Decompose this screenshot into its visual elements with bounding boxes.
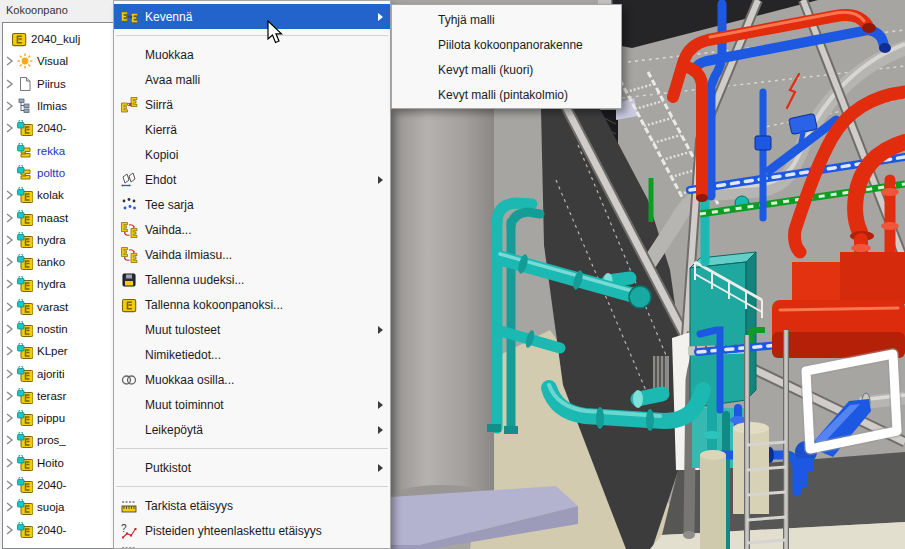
expander-chevron-icon[interactable]: [3, 278, 15, 290]
menu-item-muut-toiminnot[interactable]: Muut toiminnot: [114, 392, 390, 417]
tree-item-kolak[interactable]: kolak: [3, 184, 113, 206]
part-locked-icon: [15, 165, 34, 181]
tree-item-2040[interactable]: 2040-: [3, 474, 113, 496]
menu-item-tallenna-uudeksi[interactable]: Tallenna uudeksi...: [114, 267, 390, 292]
icon-spacer: [118, 346, 140, 363]
menu-item-nimiketiedot[interactable]: Nimiketiedot...: [114, 342, 390, 367]
tree-item-label: KLper: [37, 345, 68, 357]
menu-item-piilota-kokoonpanorakenne[interactable]: Piilota kokoonpanorakenne: [392, 32, 621, 57]
expander-chevron-icon[interactable]: [3, 189, 15, 201]
expander-chevron-icon[interactable]: [3, 323, 15, 335]
menu-item-label: Kevyt malli (kuori): [438, 63, 533, 77]
expander-chevron-icon[interactable]: [3, 212, 15, 224]
menu-item-siirra[interactable]: Siirrä: [114, 92, 390, 117]
tree-item-varast[interactable]: varast: [3, 296, 113, 318]
expander-chevron-icon[interactable]: [3, 390, 15, 402]
tree-item-ajoriti[interactable]: ajoriti: [3, 362, 113, 384]
menu-item-tarkista-etaisyys[interactable]: Tarkista etäisyys: [114, 493, 390, 518]
menu-item-ehdot[interactable]: Ehdot: [114, 167, 390, 192]
menu-item-label: Tyhjä malli: [438, 13, 495, 27]
menu-item-kevenna[interactable]: Kevennä: [114, 4, 390, 29]
tree-item-2040[interactable]: 2040-: [3, 519, 113, 541]
document-icon: [15, 76, 34, 92]
expander-chevron-icon[interactable]: [3, 434, 15, 446]
tree-item-poltto[interactable]: poltto: [3, 162, 113, 184]
expander-chevron-icon[interactable]: [3, 78, 15, 90]
menu-separator: [116, 35, 388, 36]
menu-item-vaihda-ilmiasu[interactable]: Vaihda ilmiasu...: [114, 242, 390, 267]
menu-item-tee-sarja[interactable]: Tee sarja: [114, 192, 390, 217]
assembly-locked-icon: [15, 455, 34, 471]
expander-chevron-icon[interactable]: [3, 368, 15, 380]
tree-item-label: nostin: [37, 323, 68, 335]
tree-item-2040[interactable]: 2040-: [3, 117, 113, 139]
tree-item-pippu[interactable]: pippu: [3, 407, 113, 429]
tree-item-rekka[interactable]: rekka: [3, 139, 113, 161]
tree-item-ilmias[interactable]: Ilmias: [3, 95, 113, 117]
menu-item-label: Muokkaa osilla...: [145, 373, 234, 387]
expander-chevron-icon[interactable]: [3, 457, 15, 469]
expander-chevron-icon[interactable]: [3, 256, 15, 268]
expander-chevron-icon[interactable]: [3, 122, 15, 134]
menu-item-muut-tulosteet[interactable]: Muut tulosteet: [114, 317, 390, 342]
expander-chevron-icon[interactable]: [3, 55, 15, 67]
tree-item-label: maast: [37, 212, 68, 224]
menu-item-pisteiden-yhteenlaskettu-etaisyys[interactable]: ?Pisteiden yhteenlaskettu etäisyys: [114, 518, 390, 543]
assembly-tree[interactable]: 2040_kulj VisualPiirusIlmias2040-rekkapo…: [2, 22, 113, 549]
assembly-locked-icon: [15, 388, 34, 404]
tree-item-label: pippu: [37, 412, 65, 424]
tree-item-tanko[interactable]: tanko: [3, 251, 113, 273]
save-assembly-icon: [118, 296, 140, 313]
context-menu: KevennäMuokkaaAvaa malliSiirräKierräKopi…: [113, 0, 391, 549]
menu-item-kierra[interactable]: Kierrä: [114, 117, 390, 142]
menu-item-muokkaa[interactable]: Muokkaa: [114, 42, 390, 67]
menu-item-vaihda[interactable]: Vaihda...: [114, 217, 390, 242]
menu-item-avaa-malli[interactable]: Avaa malli: [114, 67, 390, 92]
tree-item-pros[interactable]: pros_: [3, 429, 113, 451]
menu-item-partial[interactable]: [114, 543, 390, 549]
expander-chevron-icon[interactable]: [3, 301, 15, 313]
submenu-arrow-icon: [378, 464, 383, 472]
expander-chevron-icon[interactable]: [3, 479, 15, 491]
assembly-locked-icon: [15, 432, 34, 448]
part-locked-icon: [15, 143, 34, 159]
menu-item-tyhja-malli[interactable]: Tyhjä malli: [392, 7, 621, 32]
tree-item-hydra[interactable]: hydra: [3, 229, 113, 251]
application-window: Kokoonpano 2040_kulj VisualPiirusIlmias2…: [0, 0, 905, 549]
tree-item-label: suoja: [37, 501, 65, 513]
menu-item-label: Vaihda...: [145, 223, 191, 237]
menu-item-label: Kevyt malli (pintakolmio): [438, 88, 568, 102]
menu-item-tallenna-kokoonpanoksi[interactable]: Tallenna kokoonpanoksi...: [114, 292, 390, 317]
assembly-locked-icon: [15, 210, 34, 226]
tree-item-2040-kulj[interactable]: 2040_kulj: [3, 28, 113, 50]
menu-item-leikepoyta[interactable]: Leikepöytä: [114, 417, 390, 442]
tree-item-suoja[interactable]: suoja: [3, 496, 113, 518]
expander-chevron-icon[interactable]: [3, 345, 15, 357]
tree-item-label: 2040_kulj: [31, 33, 80, 45]
tree-item-nostin[interactable]: nostin: [3, 318, 113, 340]
menu-item-kevyt-malli-kuori[interactable]: Kevyt malli (kuori): [392, 57, 621, 82]
assembly-locked-icon: [15, 321, 34, 337]
tree-item-terasr[interactable]: terasr: [3, 385, 113, 407]
submenu-arrow-icon: [378, 176, 383, 184]
expander-chevron-icon[interactable]: [3, 412, 15, 424]
tree-item-hydra[interactable]: hydra: [3, 273, 113, 295]
tree-item-label: rekka: [37, 145, 65, 157]
measure-icon: [118, 497, 140, 514]
expander-chevron-icon[interactable]: [3, 234, 15, 246]
menu-item-kevyt-malli-pintakolmio[interactable]: Kevyt malli (pintakolmio): [392, 82, 621, 107]
menu-item-label: Muut tulosteet: [145, 323, 220, 337]
tree-item-maast[interactable]: maast: [3, 206, 113, 228]
tree-item-hoito[interactable]: Hoito: [3, 452, 113, 474]
expander-chevron-icon[interactable]: [3, 524, 15, 536]
menu-item-putkistot[interactable]: Putkistot: [114, 455, 390, 480]
tree-item-visual[interactable]: Visual: [3, 50, 113, 72]
points-measure-icon: ?: [118, 522, 140, 539]
assembly-locked-icon: [15, 343, 34, 359]
menu-item-muokkaa-osilla[interactable]: Muokkaa osilla...: [114, 367, 390, 392]
expander-chevron-icon[interactable]: [3, 501, 15, 513]
tree-item-piirus[interactable]: Piirus: [3, 73, 113, 95]
tree-item-klper[interactable]: KLper: [3, 340, 113, 362]
expander-chevron-icon[interactable]: [3, 100, 15, 112]
menu-item-kopioi[interactable]: Kopioi: [114, 142, 390, 167]
